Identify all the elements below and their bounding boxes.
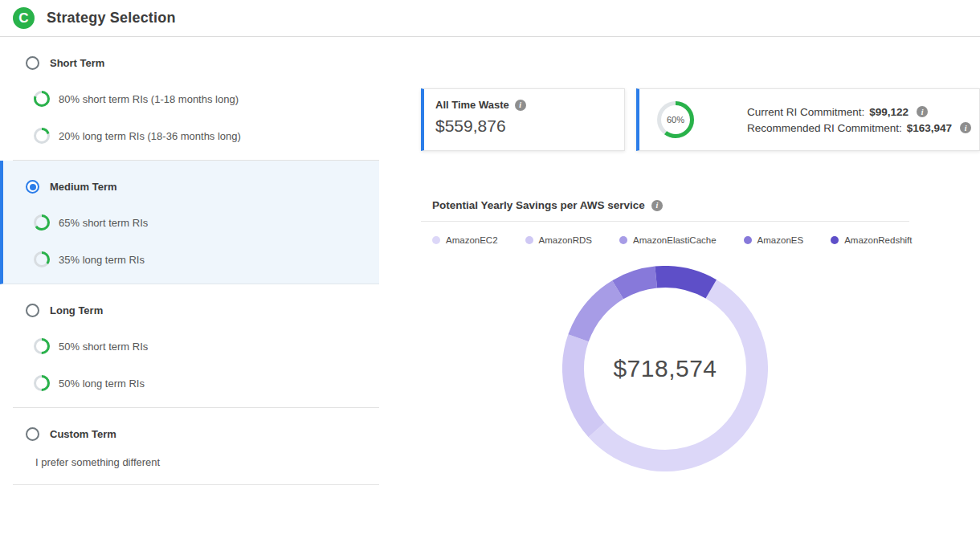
ri-commitment-card: 60% Current RI Commitment: $99,122 i Rec… [636, 88, 980, 151]
legend-label: AmazonES [757, 235, 804, 245]
app-logo-icon: C [13, 7, 35, 29]
divider [13, 484, 379, 485]
legend-label: AmazonRedshift [844, 235, 912, 245]
allocation-ring-icon [34, 251, 50, 267]
legend-label: AmazonElastiCache [633, 235, 717, 245]
radio-medium-term[interactable] [26, 180, 39, 194]
option-label-custom-term: Custom Term [50, 428, 116, 440]
legend-dot-icon [831, 236, 839, 244]
allocation-row: 50% long term RIs [0, 375, 366, 391]
app-header: C Strategy Selection [0, 0, 980, 37]
allocation-row: 20% long term RIs (18-36 months long) [0, 128, 366, 144]
info-icon-recommended-commitment[interactable]: i [960, 122, 971, 133]
allocation-ring-icon [34, 128, 50, 144]
legend-item[interactable]: AmazonRedshift [831, 235, 912, 245]
allocation-ring-icon [34, 338, 50, 354]
chart-title: Potential Yearly Savings per AWS service [432, 199, 645, 211]
legend-label: AmazonEC2 [446, 235, 498, 245]
all-time-waste-card: All Time Waste i $559,876 [421, 88, 625, 151]
current-commitment-label: Current RI Commitment: [747, 106, 864, 118]
allocation-row: 80% short term RIs (1-18 months long) [0, 91, 366, 107]
strategy-option-short-term[interactable]: Short Term 80% short term RIs (1-18 mont… [0, 37, 379, 160]
allocation-row: 35% long term RIs [3, 251, 366, 267]
allocation-label: 65% short term RIs [59, 217, 148, 229]
strategy-panel: Short Term 80% short term RIs (1-18 mont… [0, 37, 379, 485]
donut-total-label: $718,574 [562, 266, 768, 471]
current-commitment-amount: $99,122 [869, 106, 909, 118]
savings-chart-panel: Potential Yearly Savings per AWS service… [421, 199, 909, 471]
radio-long-term[interactable] [26, 304, 39, 317]
allocation-label: 20% long term RIs (18-36 months long) [59, 130, 241, 142]
legend-item[interactable]: AmazonElastiCache [619, 235, 717, 245]
all-time-waste-title: All Time Waste [435, 99, 509, 111]
strategy-option-custom-term[interactable]: Custom Term I prefer something different [0, 408, 379, 484]
info-icon-all-time-waste[interactable]: i [515, 100, 526, 111]
chart-legend: AmazonEC2AmazonRDSAmazonElastiCacheAmazo… [421, 222, 909, 245]
strategy-option-long-term[interactable]: Long Term 50% short term RIs 50% long te… [0, 284, 379, 407]
allocation-ring-icon [34, 214, 50, 231]
radio-custom-term[interactable] [26, 427, 39, 441]
legend-dot-icon [619, 236, 627, 244]
info-icon-current-commitment[interactable]: i [917, 106, 928, 117]
allocation-row: 50% short term RIs [0, 338, 366, 354]
legend-dot-icon [432, 236, 440, 244]
legend-item[interactable]: AmazonEC2 [432, 235, 498, 245]
legend-dot-icon [744, 236, 752, 244]
radio-short-term[interactable] [26, 56, 39, 70]
custom-term-note: I prefer something different [0, 456, 366, 468]
option-label-medium-term: Medium Term [50, 181, 117, 193]
savings-donut-chart[interactable]: $718,574 [562, 266, 768, 471]
option-label-long-term: Long Term [50, 304, 103, 316]
allocation-label: 50% short term RIs [59, 341, 148, 353]
commitment-gauge: 60% [657, 101, 694, 138]
allocation-label: 50% long term RIs [59, 377, 145, 390]
recommended-commitment-amount: $163,947 [907, 122, 952, 134]
allocation-label: 80% short term RIs (1-18 months long) [59, 93, 239, 105]
current-commitment-row: Current RI Commitment: $99,122 i [747, 106, 963, 118]
option-label-short-term: Short Term [50, 57, 104, 69]
legend-label: AmazonRDS [539, 235, 592, 245]
info-icon-chart[interactable]: i [651, 200, 663, 211]
legend-item[interactable]: AmazonRDS [525, 235, 592, 245]
gauge-percent-label: 60% [657, 101, 694, 138]
legend-dot-icon [525, 236, 533, 244]
allocation-ring-icon [34, 375, 50, 391]
recommended-commitment-label: Recommended RI Commitment: [747, 122, 902, 134]
recommended-commitment-row: Recommended RI Commitment: $163,947 i [747, 122, 963, 134]
main-content: All Time Waste i $559,876 60% Current RI… [379, 37, 980, 471]
strategy-option-medium-term[interactable]: Medium Term 65% short term RIs 35% long … [0, 161, 379, 284]
allocation-row: 65% short term RIs [3, 214, 366, 231]
allocation-ring-icon [34, 91, 50, 107]
allocation-label: 35% long term RIs [59, 254, 145, 266]
all-time-waste-amount: $559,876 [435, 116, 613, 136]
legend-item[interactable]: AmazonES [744, 235, 804, 245]
page-title: Strategy Selection [47, 10, 176, 27]
